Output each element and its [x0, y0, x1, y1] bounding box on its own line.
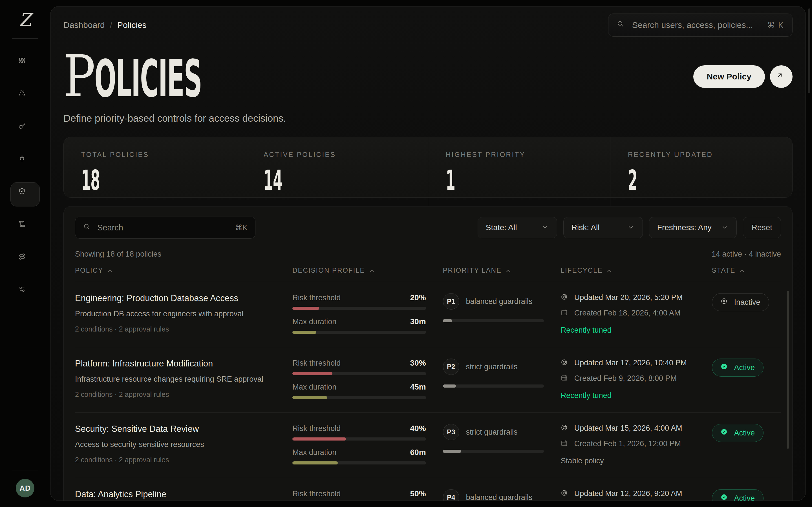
updated-clock-icon: [561, 293, 569, 302]
results-summary-row: Showing 18 of 18 policies 14 active · 4 …: [75, 250, 781, 259]
lane-label: balanced guardrails: [466, 297, 532, 306]
sidebar-item-integrations[interactable]: [10, 150, 40, 174]
state-badge[interactable]: Active: [712, 424, 764, 442]
table-search-input[interactable]: Search ⌘K: [75, 217, 255, 238]
check-circle-icon: [721, 429, 730, 438]
window-scrollbar[interactable]: [808, 8, 810, 93]
chevron-down-icon: [721, 224, 728, 231]
app-logo: Z: [19, 11, 31, 29]
risk-filter-dropdown[interactable]: Risk: All: [563, 217, 643, 238]
max-duration-value: 30m: [410, 317, 426, 326]
lane-label: strict guardrails: [466, 362, 518, 371]
risk-threshold-label: Risk threshold: [292, 359, 341, 368]
policy-meta: 2 conditions · 2 approval rules: [75, 325, 275, 333]
state-badge[interactable]: Active: [712, 358, 764, 377]
freshness-filter-dropdown[interactable]: Freshness: Any: [649, 217, 737, 238]
sort-caret-icon: [505, 268, 511, 273]
chevron-down-icon: [542, 224, 549, 231]
state-label: Active: [734, 429, 755, 438]
updated-text: Updated Mar 17, 2026, 10:40 PM: [574, 358, 687, 367]
sidebar-item-settings[interactable]: [10, 280, 40, 304]
sidebar-item-users[interactable]: [10, 84, 40, 108]
policy-cell: Data: Analytics Pipeline Data pipeline a…: [75, 489, 292, 501]
table-search-shortcut: ⌘K: [235, 223, 247, 232]
risk-threshold-label: Risk threshold: [292, 424, 341, 433]
created-text: Created Feb 9, 2026, 8:00 PM: [574, 374, 677, 383]
page-header: POLICIES New Policy: [63, 48, 793, 105]
global-search-placeholder: Search users, access, policies...: [632, 20, 762, 30]
lifecycle-cell: Updated Mar 20, 2026, 5:20 PM Created Fe…: [561, 293, 712, 335]
policy-description: Access to security-sensitive resources: [75, 440, 275, 449]
users-icon: [18, 90, 32, 103]
priority-lane-bar: [443, 450, 544, 453]
global-search-input[interactable]: Search users, access, policies... ⌘ K: [608, 13, 793, 37]
sidebar-item-audit-log[interactable]: [10, 215, 40, 239]
stat-total-policies: TOTAL POLICIES18: [64, 137, 246, 208]
state-filter-dropdown[interactable]: State: All: [477, 217, 557, 238]
table-row[interactable]: Platform: Infrastructure Modification In…: [75, 347, 781, 413]
column-header-priority-lane[interactable]: PRIORITY LANE: [443, 267, 561, 274]
risk-threshold-label: Risk threshold: [292, 293, 341, 302]
lane-label: strict guardrails: [466, 428, 518, 437]
table-row[interactable]: Security: Sensitive Data Review Access t…: [75, 413, 781, 478]
page-title: POLICIES: [63, 48, 309, 105]
column-header-state[interactable]: STATE: [712, 267, 781, 274]
check-circle-icon: [721, 363, 730, 372]
column-header-policy[interactable]: POLICY: [75, 267, 292, 274]
check-circle-icon: [721, 494, 730, 501]
open-external-button[interactable]: [770, 65, 793, 88]
created-text: Created Feb 1, 2026, 12:00 PM: [574, 439, 681, 448]
policy-cell: Engineering: Production Database Access …: [75, 293, 292, 335]
risk-threshold-bar: [292, 372, 426, 375]
sort-caret-icon: [739, 268, 744, 273]
table-row[interactable]: Data: Analytics Pipeline Data pipeline a…: [75, 478, 781, 501]
updated-text: Updated Mar 15, 2026, 4:00 AM: [574, 424, 682, 433]
created-text: Created Feb 18, 2026, 4:00 AM: [574, 309, 680, 318]
plug-icon: [18, 155, 32, 168]
column-header-lifecycle[interactable]: LIFECYCLE: [561, 267, 712, 274]
risk-threshold-value: 30%: [410, 358, 426, 368]
main-card: Dashboard / Policies Search users, acces…: [50, 6, 806, 501]
decision-profile-cell: Risk threshold 50% Max duration 75m: [292, 489, 443, 501]
column-header-decision-profile[interactable]: DECISION PROFILE: [292, 267, 443, 274]
sort-caret-icon: [606, 268, 612, 273]
policies-panel: Search ⌘K State: All Risk: All Freshness…: [63, 206, 793, 501]
calendar-icon: [561, 440, 569, 448]
state-badge[interactable]: Inactive: [712, 293, 769, 311]
stat-highest-priority: HIGHEST PRIORITY1: [428, 137, 610, 208]
sidebar-item-access-keys[interactable]: [10, 117, 40, 141]
freshness-note: Recently tuned: [561, 391, 695, 400]
risk-threshold-label: Risk threshold: [292, 490, 341, 498]
table-scrollbar[interactable]: [787, 291, 789, 449]
freshness-note: Stable policy: [561, 457, 695, 465]
max-duration-bar-fill: [292, 396, 327, 399]
priority-lane-cell: P2 strict guardrails: [443, 358, 561, 400]
state-badge[interactable]: Active: [712, 489, 764, 501]
reset-filters-button[interactable]: Reset: [743, 217, 781, 238]
priority-lane-bar-fill: [443, 319, 452, 322]
updated-clock-icon: [561, 490, 569, 498]
updated-clock-icon: [561, 359, 569, 367]
priority-lane-cell: P4 balanced guardrails: [443, 489, 561, 501]
page-subtitle: Define priority-based controls for acces…: [63, 113, 793, 124]
sort-caret-icon: [368, 268, 374, 273]
sidebar-item-dashboard[interactable]: [10, 52, 40, 76]
search-icon: [617, 20, 626, 30]
updated-text: Updated Mar 20, 2026, 5:20 PM: [574, 293, 682, 302]
max-duration-bar: [292, 396, 426, 399]
state-cell: Active: [712, 358, 781, 400]
stat-recently-updated: RECENTLY UPDATED2: [610, 137, 792, 208]
risk-threshold-bar: [292, 307, 426, 310]
sort-caret-icon: [107, 268, 112, 273]
sidebar-item-routes[interactable]: [10, 247, 40, 272]
sidebar-item-policies[interactable]: [10, 182, 40, 207]
breadcrumb-dashboard[interactable]: Dashboard: [63, 20, 105, 30]
table-row[interactable]: Engineering: Production Database Access …: [75, 282, 781, 347]
policy-meta: 2 conditions · 2 approval rules: [75, 456, 275, 464]
new-policy-button[interactable]: New Policy: [693, 65, 765, 88]
priority-badge: P4: [443, 489, 459, 501]
search-icon: [83, 223, 92, 232]
policy-name: Data: Analytics Pipeline: [75, 489, 275, 499]
avatar[interactable]: AD: [16, 479, 35, 497]
arrow-up-right-icon: [776, 72, 786, 81]
